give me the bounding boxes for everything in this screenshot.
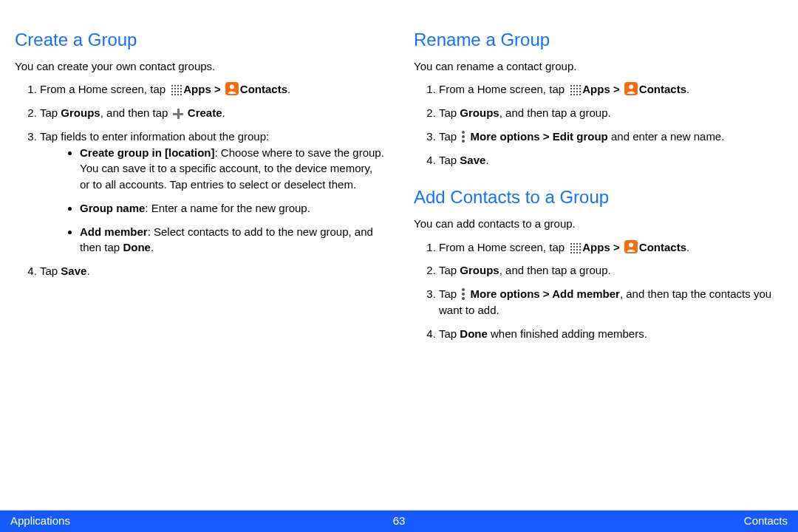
intro-create-group: You can create your own contact groups. (15, 59, 384, 74)
left-column: Create a Group You can create your own c… (15, 30, 384, 361)
text: . (287, 83, 290, 95)
text: Tap (439, 154, 460, 166)
text: . (686, 241, 689, 253)
step-4: Tap Save. (439, 152, 783, 168)
text: Tap (439, 130, 460, 143)
svg-point-1 (629, 85, 633, 89)
manual-page: Create a Group You can create your own c… (0, 0, 798, 532)
right-column: Rename a Group You can rename a contact … (414, 30, 783, 361)
text: . (151, 241, 154, 253)
label: Create group in [location] (80, 146, 215, 159)
footer-page-number: 63 (0, 514, 798, 527)
page-footer: Applications 63 Contacts (0, 510, 798, 532)
label-more-add: More options > Add member (467, 287, 620, 300)
label-contacts: Contacts (240, 83, 287, 95)
step-4: Tap Done when finished adding members. (439, 326, 783, 342)
more-options-icon (461, 288, 466, 300)
section-create-group: Create a Group You can create your own c… (15, 30, 384, 279)
step-3: Tap More options > Edit group and enter … (439, 129, 783, 145)
substeps: Create group in [location]: Choose where… (40, 145, 384, 256)
label-groups: Groups (460, 264, 499, 276)
apps-icon (569, 83, 581, 95)
label-save: Save (460, 154, 485, 166)
apps-icon (569, 242, 581, 253)
section-add-contacts: Add Contacts to a Group You can add cont… (414, 187, 783, 341)
label-groups: Groups (61, 106, 100, 119)
section-rename-group: Rename a Group You can rename a contact … (414, 30, 783, 168)
text: : Enter a name for the new group. (145, 202, 310, 214)
more-options-icon (461, 131, 466, 143)
text: Tap (40, 265, 61, 277)
text: From a Home screen, tap (40, 83, 168, 95)
text: . (686, 83, 689, 95)
text: . (86, 265, 89, 277)
svg-point-0 (230, 85, 234, 89)
bullet-location: Create group in [location]: Choose where… (80, 145, 384, 193)
text: and enter a new name. (608, 130, 725, 143)
label-more-edit: More options > Edit group (467, 130, 607, 143)
text: From a Home screen, tap (439, 83, 567, 95)
intro-add-contacts: You can add contacts to a group. (414, 216, 783, 231)
bullet-group-name: Group name: Enter a name for the new gro… (80, 200, 384, 216)
text: Tap (439, 327, 460, 340)
text: Tap fields to enter information about th… (40, 130, 269, 143)
step-2: Tap Groups, and then tap a group. (439, 262, 783, 279)
step-1: From a Home screen, tap Apps > Contacts. (40, 81, 384, 98)
step-4: Tap Save. (40, 263, 384, 279)
label-done: Done (460, 327, 488, 340)
plus-icon (173, 109, 183, 119)
step-2: Tap Groups, and then tap a group. (439, 105, 783, 121)
label-contacts: Contacts (639, 83, 686, 95)
step-2: Tap Groups, and then tap Create. (40, 105, 384, 121)
heading-add-contacts: Add Contacts to a Group (414, 187, 783, 208)
step-1: From a Home screen, tap Apps > Contacts. (439, 81, 783, 98)
steps-add-contacts: From a Home screen, tap Apps > Contacts.… (414, 239, 783, 342)
label-save: Save (61, 265, 86, 277)
text: , and then tap (100, 106, 171, 119)
text: Tap (40, 106, 61, 119)
label-create: Create (185, 106, 222, 119)
label-groups: Groups (460, 106, 499, 119)
heading-rename-group: Rename a Group (414, 30, 783, 50)
text: when finished adding members. (488, 327, 647, 340)
heading-create-group: Create a Group (15, 30, 384, 50)
text: From a Home screen, tap (439, 241, 567, 253)
footer-right: Contacts (744, 514, 788, 527)
step-3: Tap fields to enter information about th… (40, 129, 384, 256)
content-columns: Create a Group You can create your own c… (0, 0, 798, 361)
text: Tap (439, 106, 460, 119)
step-3: Tap More options > Add member, and then … (439, 286, 783, 318)
text: , and then tap a group. (499, 264, 611, 276)
apps-icon (170, 83, 182, 95)
contacts-icon (624, 240, 638, 253)
steps-create-group: From a Home screen, tap Apps > Contacts.… (15, 81, 384, 279)
contacts-icon (624, 82, 638, 95)
label-apps: Apps > (183, 83, 224, 95)
text: Tap (439, 287, 460, 300)
label: Add member (80, 225, 148, 238)
text: . (222, 106, 225, 119)
text: . (485, 154, 488, 166)
text: , and then tap a group. (499, 106, 611, 119)
label-apps: Apps > (582, 83, 623, 95)
label-apps: Apps > (582, 241, 623, 253)
step-1: From a Home screen, tap Apps > Contacts. (439, 239, 783, 256)
svg-point-2 (629, 242, 633, 247)
text: Tap (439, 264, 460, 276)
label: Group name (80, 202, 145, 214)
intro-rename-group: You can rename a contact group. (414, 59, 783, 74)
label-done: Done (123, 241, 151, 253)
bullet-add-member: Add member: Select contacts to add to th… (80, 224, 384, 256)
contacts-icon (225, 82, 239, 95)
steps-rename-group: From a Home screen, tap Apps > Contacts.… (414, 81, 783, 168)
label-contacts: Contacts (639, 241, 686, 253)
